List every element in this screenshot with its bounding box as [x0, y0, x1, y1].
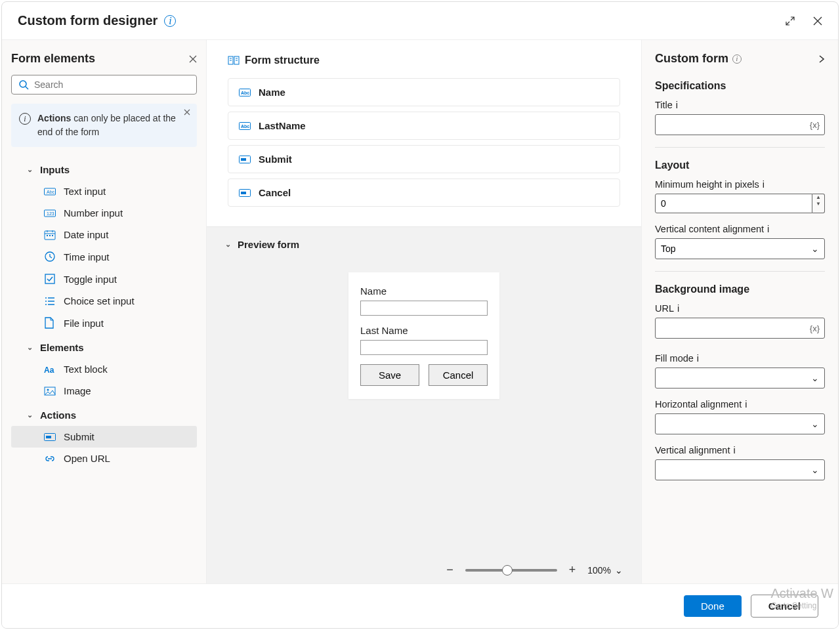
structure-item-name[interactable]: AbcName: [228, 78, 620, 106]
info-icon[interactable]: i: [733, 445, 735, 455]
number-input-icon: 123: [44, 209, 57, 218]
preview-card: Name Last Name Save Cancel: [348, 272, 499, 399]
svg-rect-6: [47, 235, 48, 236]
svg-rect-8: [52, 235, 53, 236]
dismiss-banner-icon[interactable]: [184, 109, 190, 116]
tree-item-number-input[interactable]: 123Number input: [11, 202, 197, 224]
text-input-icon: Abc: [44, 187, 57, 196]
chevron-down-icon: ⌄: [615, 565, 623, 576]
chevron-down-icon: ⌄: [225, 240, 231, 249]
info-icon[interactable]: i: [677, 303, 679, 314]
dialog-window: Custom form designer i Form elements: [1, 1, 839, 629]
svg-rect-10: [45, 274, 54, 284]
zoom-bar: − + 100% ⌄: [207, 556, 641, 583]
variable-token-icon[interactable]: {x}: [810, 324, 820, 333]
info-banner: i Actions can only be placed at the end …: [11, 104, 197, 147]
zoom-slider[interactable]: [465, 569, 557, 572]
list-icon: [44, 296, 57, 306]
tree-group-actions[interactable]: ⌄ Actions: [11, 404, 197, 426]
submit-icon: [44, 433, 57, 441]
cancel-button[interactable]: Cancel: [751, 595, 818, 618]
chevron-right-icon[interactable]: [818, 54, 825, 64]
info-icon[interactable]: i: [745, 399, 747, 410]
preview-save-button[interactable]: Save: [360, 364, 419, 386]
close-panel-icon[interactable]: [189, 55, 197, 63]
tree-item-choice-set-input[interactable]: Choice set input: [11, 290, 197, 312]
left-panel: Form elements i Actions can only be plac…: [2, 40, 207, 583]
done-button[interactable]: Done: [684, 595, 742, 617]
tree-item-date-input[interactable]: Date input: [11, 224, 197, 245]
min-height-stepper[interactable]: ▲▼: [655, 194, 825, 213]
chevron-down-icon: ⌄: [811, 243, 819, 254]
svg-rect-7: [49, 235, 51, 236]
preview-cancel-button[interactable]: Cancel: [429, 364, 488, 386]
text-input-icon: Abc: [239, 122, 251, 130]
text-input-icon: Abc: [239, 89, 251, 96]
vertical-align-select[interactable]: ⌄: [655, 459, 825, 480]
structure-header: Form structure: [228, 54, 620, 66]
structure-item-submit[interactable]: Submit: [228, 145, 620, 173]
footer: Done Cancel: [2, 583, 838, 628]
spinner-down-icon[interactable]: ▼: [812, 201, 824, 207]
text-block-icon: Aa: [44, 364, 57, 375]
preview-header[interactable]: ⌄ Preview form: [207, 239, 641, 259]
calendar-icon: [44, 230, 57, 240]
link-icon: [44, 455, 57, 463]
structure-item-cancel[interactable]: Cancel: [228, 178, 620, 207]
chevron-down-icon: ⌄: [811, 465, 819, 475]
chevron-down-icon: ⌄: [811, 419, 819, 429]
min-height-input[interactable]: [655, 194, 812, 213]
tree-group-elements[interactable]: ⌄ Elements: [11, 337, 197, 358]
svg-text:Aa: Aa: [44, 366, 54, 375]
tree-item-text-input[interactable]: AbcText input: [11, 180, 197, 202]
clock-icon: [44, 251, 57, 262]
submit-icon: [239, 156, 251, 163]
search-input-wrapper[interactable]: [11, 75, 197, 94]
title-input[interactable]: [655, 114, 825, 135]
chevron-down-icon: ⌄: [24, 411, 35, 419]
info-icon[interactable]: i: [732, 54, 742, 64]
tree-item-file-input[interactable]: File input: [11, 312, 197, 334]
structure-item-lastname[interactable]: AbcLastName: [228, 112, 620, 140]
horizontal-align-select[interactable]: ⌄: [655, 413, 825, 434]
tree-item-submit[interactable]: Submit: [11, 426, 197, 448]
expand-icon[interactable]: [786, 16, 795, 26]
titlebar: Custom form designer i: [2, 2, 838, 40]
info-icon[interactable]: i: [763, 179, 765, 190]
preview-label-name: Name: [360, 285, 488, 297]
zoom-level-dropdown[interactable]: 100% ⌄: [587, 565, 623, 576]
zoom-out-button[interactable]: −: [446, 563, 453, 577]
svg-point-13: [47, 388, 49, 390]
tree-item-open-url[interactable]: Open URL: [11, 448, 197, 469]
preview-input-name[interactable]: [360, 301, 488, 316]
vertical-content-align-select[interactable]: Top ⌄: [655, 238, 825, 259]
tree-item-time-input[interactable]: Time input: [11, 245, 197, 268]
search-icon: [18, 79, 29, 90]
preview-input-lastname[interactable]: [360, 340, 488, 355]
preview-area: ⌄ Preview form Name Last Name Save Cance…: [207, 226, 641, 583]
zoom-in-button[interactable]: +: [569, 563, 576, 577]
info-icon[interactable]: i: [767, 224, 769, 234]
preview-label-lastname: Last Name: [360, 325, 488, 336]
search-input[interactable]: [34, 79, 190, 90]
fill-mode-select[interactable]: ⌄: [655, 368, 825, 388]
form-structure-icon: [228, 54, 240, 66]
image-icon: [44, 387, 57, 396]
url-input[interactable]: [655, 318, 825, 339]
info-icon[interactable]: i: [164, 15, 176, 27]
svg-rect-15: [46, 436, 51, 438]
section-specifications: Specifications: [655, 80, 825, 92]
info-icon[interactable]: i: [676, 100, 678, 110]
close-icon[interactable]: [813, 16, 822, 26]
section-layout: Layout: [655, 159, 825, 171]
tree-item-image[interactable]: Image: [11, 380, 197, 402]
tree-group-inputs[interactable]: ⌄ Inputs: [11, 159, 197, 180]
tree-item-text-block[interactable]: AaText block: [11, 358, 197, 380]
svg-text:Abc: Abc: [241, 91, 249, 95]
chevron-down-icon: ⌄: [24, 343, 35, 352]
spinner-up-icon[interactable]: ▲: [812, 194, 824, 201]
info-icon[interactable]: i: [697, 353, 699, 364]
tree-item-toggle-input[interactable]: Toggle input: [11, 268, 197, 290]
info-icon: i: [19, 113, 31, 125]
variable-token-icon[interactable]: {x}: [810, 120, 820, 130]
